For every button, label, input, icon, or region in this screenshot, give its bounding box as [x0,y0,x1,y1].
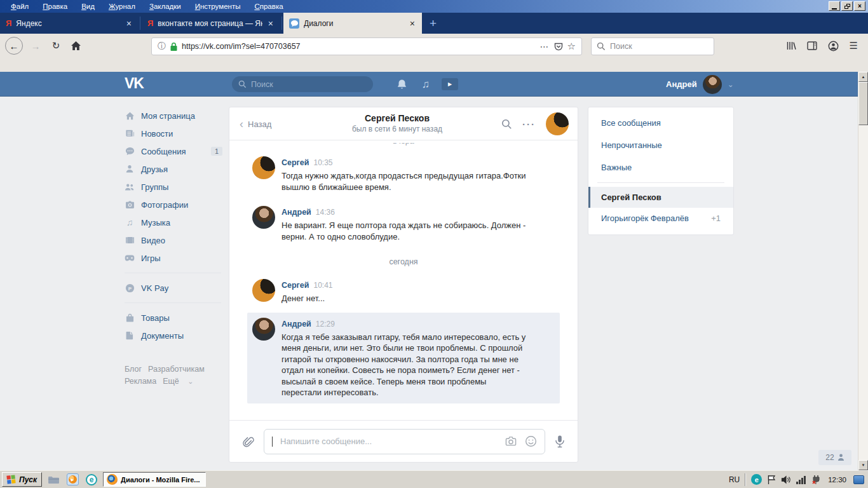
taskbar-firefox-task[interactable]: Диалоги - Mozilla Fire... [103,472,206,487]
sidebar-item-documents[interactable]: Документы [125,327,229,344]
user-avatar [703,75,722,94]
tray-antivirus-icon[interactable]: e [751,474,762,485]
sidebar-item-games[interactable]: Игры [125,249,229,267]
tab-vk-page[interactable]: Я вконтакте моя страница — Янд × [142,13,280,34]
new-tab-button[interactable]: + [422,13,444,34]
online-friends-badge[interactable]: 22 [818,450,851,465]
conversation-igor-fevralev[interactable]: Игорьигорёк Февралёв +1 [588,208,733,229]
unread-badge: 1 [211,147,222,156]
photo-camera-icon[interactable] [505,436,517,447]
menu-history[interactable]: Журнал [103,1,141,11]
url-input[interactable] [182,42,536,51]
sidebar-item-market[interactable]: Товары [125,309,229,327]
chat-actions-icon[interactable]: ··· [522,119,536,130]
forward-button[interactable]: → [28,37,43,55]
site-info-icon[interactable]: ⓘ [158,41,166,52]
tray-network-signal-icon[interactable] [796,475,806,484]
sidebar-item-photos[interactable]: Фотографии [125,196,229,214]
filter-all-messages[interactable]: Все сообщения [588,112,733,134]
menu-edit[interactable]: Правка [37,1,73,11]
quicklaunch-browser-e-icon[interactable]: e [84,472,99,487]
tab-close-icon[interactable]: × [409,18,416,29]
sidebar-item-news[interactable]: Новости [125,125,229,142]
peer-avatar[interactable] [546,112,569,135]
menu-hamburger-icon[interactable]: ☰ [850,40,858,51]
quicklaunch-mediaplayer-icon[interactable]: ▶ [65,472,80,487]
sidebar-item-friends[interactable]: Друзья [125,160,229,178]
filter-important[interactable]: Важные [588,156,733,179]
restore-button[interactable] [841,1,853,11]
menu-tools[interactable]: Инструменты [189,1,247,11]
home-button[interactable] [67,37,84,55]
quicklaunch-desktop-icon[interactable] [46,472,61,487]
message-author[interactable]: Андрей [281,320,311,329]
sidebar-item-messages[interactable]: Сообщения 1 [125,142,229,160]
avatar[interactable] [252,206,275,229]
scrollbar-thumb[interactable] [858,82,868,125]
start-button[interactable]: Пуск [2,472,42,487]
sidebar-item-video[interactable]: Видео [125,231,229,249]
pocket-icon[interactable] [554,43,563,51]
footer-link-ads[interactable]: Реклама [125,377,156,386]
scroll-up-arrow[interactable]: ▲ [858,72,868,82]
video-player-icon[interactable]: ▶ [440,72,460,97]
microphone-icon[interactable] [555,435,565,448]
sidebar-item-groups[interactable]: Группы [125,178,229,196]
tab-close-icon[interactable]: × [125,18,133,29]
page-actions-icon[interactable]: ⋯ [540,41,550,51]
menu-bookmarks[interactable]: Закладки [144,1,187,11]
menu-file[interactable]: Файл [5,1,34,11]
emoji-smiley-icon[interactable] [525,435,537,447]
address-bar: ⓘ ⋯ ☆ [151,37,582,55]
scroll-down-arrow[interactable]: ▼ [858,460,868,470]
language-indicator[interactable]: RU [729,475,740,484]
browser-scrollbar[interactable]: ▲ ▼ [858,72,868,470]
reload-button[interactable]: ↻ [48,37,64,55]
attach-paperclip-icon[interactable] [242,435,254,448]
bookmark-star-icon[interactable]: ☆ [567,41,576,52]
sidebar-item-music[interactable]: ♫ Музыка [125,214,229,231]
vk-user-menu[interactable]: Андрей ⌄ [666,72,734,97]
chat-search-icon[interactable] [501,119,512,130]
menu-help[interactable]: Справка [248,1,288,11]
tray-power-plug-icon[interactable] [811,475,821,485]
message-input-box[interactable] [264,429,545,454]
back-to-dialogs-button[interactable]: ‹ Назад [240,107,271,140]
vk-logo[interactable]: VK [125,75,144,92]
notifications-bell-icon[interactable] [393,72,410,97]
minimize-button[interactable] [829,1,840,11]
footer-link-developers[interactable]: Разработчикам [148,365,205,374]
footer-link-more[interactable]: Ещё [163,377,179,386]
message-input[interactable] [280,437,497,446]
account-icon[interactable] [828,41,839,51]
message-author[interactable]: Андрей [281,208,311,217]
vk-search-input[interactable] [251,80,367,89]
avatar[interactable] [252,156,275,179]
browser-search-input[interactable] [610,42,709,51]
sidebar-item-my-page[interactable]: Моя страница [125,107,229,125]
show-desktop-icon[interactable] [853,475,864,484]
close-button[interactable]: × [854,1,865,11]
music-icon[interactable]: ♫ [417,72,435,97]
message-author[interactable]: Сергей [281,158,309,167]
message-author[interactable]: Сергей [281,281,309,290]
sidebar-item-vkpay[interactable]: P VK Pay [125,279,229,297]
menu-view[interactable]: Вид [76,1,100,11]
lock-icon[interactable] [170,43,177,51]
library-icon[interactable] [786,41,796,51]
conversation-sergey-peskov[interactable]: Сергей Песков [588,187,733,208]
avatar[interactable] [252,318,275,341]
tab-close-icon[interactable]: × [267,18,275,29]
back-button[interactable]: ← [5,37,23,55]
chevron-down-icon: ⌄ [187,377,193,385]
tab-yandex[interactable]: Я Яндекс × [0,13,139,34]
filter-unread[interactable]: Непрочитанные [588,134,733,156]
tray-volume-icon[interactable] [781,475,791,484]
footer-link-blog[interactable]: Блог [125,365,142,374]
avatar[interactable] [252,279,275,302]
sidebars-icon[interactable] [807,41,817,50]
tab-dialogs[interactable]: Диалоги × [283,13,422,34]
tray-flag-icon[interactable] [767,475,776,485]
tray-clock[interactable]: 12:30 [826,476,848,484]
sidebar-label: Музыка [141,218,170,227]
